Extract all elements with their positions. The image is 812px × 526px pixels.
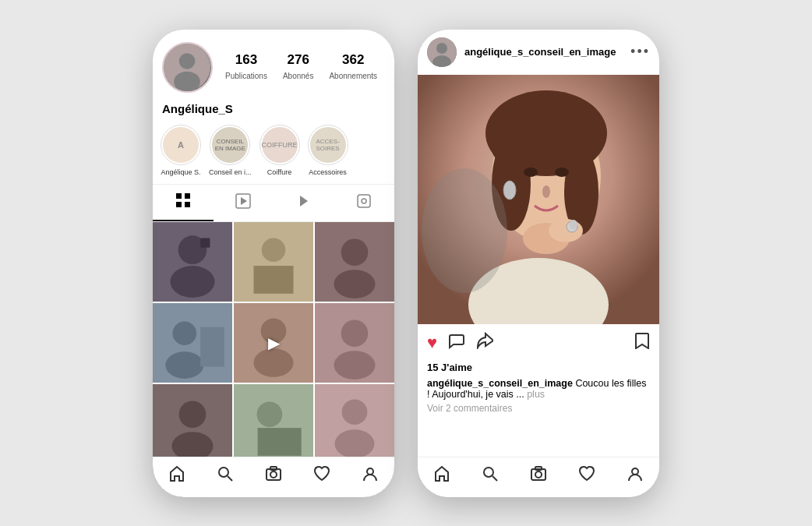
svg-point-30 [341,319,369,347]
comment-button[interactable] [448,332,465,354]
post-image [418,75,659,324]
svg-point-23 [173,321,197,345]
svg-point-74 [632,468,638,475]
svg-marker-9 [300,196,308,207]
profile-tabs [153,184,394,222]
nav-profile-right[interactable] [627,465,644,486]
grid-cell-8[interactable] [234,384,313,464]
nav-heart-right[interactable] [578,465,595,486]
svg-point-69 [484,468,493,477]
svg-point-61 [542,185,550,198]
grid-cell-6[interactable] [315,303,394,383]
svg-point-44 [219,468,228,477]
svg-point-14 [170,266,214,298]
svg-point-2 [174,71,200,91]
nav-camera-right[interactable] [530,465,547,486]
svg-point-36 [257,401,283,427]
bottom-nav-left [153,457,394,497]
tab-reels[interactable] [214,185,274,221]
nav-camera[interactable] [265,465,282,486]
avatar[interactable] [162,42,213,93]
svg-point-47 [270,471,277,478]
svg-rect-37 [258,428,302,456]
caption-more-button[interactable]: plus [527,389,545,400]
play-button[interactable]: ▶ [268,334,280,352]
nav-home-right[interactable] [433,465,450,486]
svg-point-17 [262,238,286,262]
right-phone: angélique_s_conseil_en_image ••• [418,30,659,497]
likes-count: 15 J'aime [418,362,659,376]
svg-point-1 [179,53,196,69]
grid-cell-9[interactable] [315,384,394,464]
nav-search-right[interactable] [482,465,499,486]
highlight-item-1[interactable]: A Angélique S. [161,125,201,176]
svg-point-58 [492,125,585,172]
tab-tagged[interactable] [334,185,395,221]
post-header: angélique_s_conseil_en_image ••• [418,30,659,75]
svg-rect-25 [200,327,224,366]
profile-username: Angélique_S [153,99,394,122]
svg-rect-3 [176,193,182,199]
svg-rect-4 [185,193,190,199]
highlight-item-4[interactable]: ACCES-SOIRES Accessoires [308,125,348,176]
svg-point-59 [524,168,538,177]
tab-grid[interactable] [153,185,214,221]
highlight-item-3[interactable]: COIFFURE Coiffure [259,125,300,176]
svg-point-33 [179,401,207,428]
svg-line-70 [492,476,497,481]
like-button[interactable]: ♥ [427,333,437,353]
svg-point-60 [555,168,569,177]
svg-point-68 [422,168,507,293]
stats-row: 163 Publications 276 Abonnés 362 Abonnem… [225,52,377,82]
svg-point-67 [503,181,516,199]
nav-profile[interactable] [362,465,379,486]
svg-point-28 [254,348,294,377]
post-avatar [427,37,457,67]
bottom-nav-right [418,457,659,497]
svg-marker-8 [241,197,247,205]
grid-cell-2[interactable] [234,222,313,302]
svg-rect-6 [185,202,190,207]
more-options-button[interactable]: ••• [630,44,650,60]
svg-point-40 [335,429,375,458]
svg-point-72 [535,471,542,478]
grid-cell-1[interactable] [153,222,232,302]
svg-point-64 [549,219,583,242]
svg-point-51 [436,43,447,54]
grid-cell-4[interactable] [153,303,232,383]
svg-point-49 [367,468,373,475]
svg-point-24 [165,351,203,379]
stat-publications[interactable]: 163 Publications [225,52,267,82]
nav-home[interactable] [168,465,185,486]
svg-point-39 [342,399,368,425]
grid-cell-7[interactable] [153,384,232,464]
nav-heart[interactable] [313,465,330,486]
highlight-item-2[interactable]: CONSEILEN IMAGE Conseil en i... [209,125,252,176]
stat-abonnes[interactable]: 276 Abonnés [283,52,313,82]
svg-point-11 [362,199,366,203]
view-comments-button[interactable]: Voir 2 commentaires [418,401,659,417]
grid-cell-3[interactable] [315,222,394,302]
svg-rect-5 [176,202,182,207]
svg-point-20 [341,238,369,266]
stat-abonnements[interactable]: 362 Abonnements [329,52,377,82]
svg-point-66 [570,220,577,229]
caption-username: angélique_s_conseil_en_image [427,378,573,389]
highlights-row: A Angélique S. CONSEILEN IMAGE Conseil e… [153,122,394,184]
profile-header: 163 Publications 276 Abonnés 362 Abonnem… [153,30,394,99]
svg-point-31 [334,351,375,379]
svg-line-45 [228,476,232,481]
svg-rect-10 [358,195,370,207]
svg-rect-15 [200,238,210,247]
grid-cell-5[interactable]: ▶ [234,303,313,383]
bookmark-button[interactable] [634,332,650,353]
post-username: angélique_s_conseil_en_image [464,46,623,58]
post-caption: angélique_s_conseil_en_image Coucou les … [418,376,659,401]
svg-rect-18 [254,266,294,294]
tab-video[interactable] [274,185,334,221]
left-phone: 163 Publications 276 Abonnés 362 Abonnem… [153,30,394,497]
post-actions-row: ♥ [418,324,659,362]
svg-point-21 [334,270,375,298]
nav-search[interactable] [217,465,234,486]
share-button[interactable] [476,332,493,354]
